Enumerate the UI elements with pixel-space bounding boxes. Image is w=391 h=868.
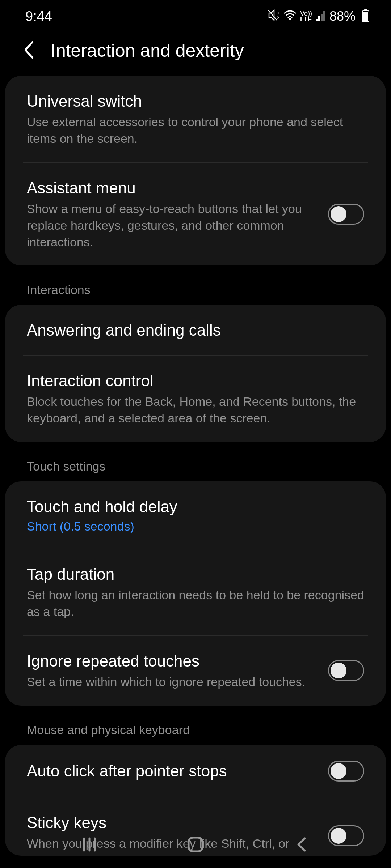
universal-switch-item[interactable]: Universal switch Use external accessorie… (5, 76, 386, 162)
battery-icon (362, 10, 369, 22)
interaction-control-desc: Block touches for the Back, Home, and Re… (27, 393, 364, 427)
universal-switch-title: Universal switch (27, 91, 364, 111)
auto-click-title: Auto click after pointer stops (27, 761, 306, 781)
settings-group-touch: Touch and hold delay Short (0.5 seconds)… (5, 481, 386, 706)
answering-calls-item[interactable]: Answering and ending calls (5, 305, 386, 355)
ignore-repeated-desc: Set a time within which to ignore repeat… (27, 674, 306, 690)
toggle-divider (317, 760, 317, 782)
assistant-menu-item[interactable]: Assistant menu Show a menu of easy-to-re… (5, 163, 386, 266)
settings-group-top: Universal switch Use external accessorie… (5, 76, 386, 265)
app-header: Interaction and dexterity (0, 33, 391, 76)
tap-duration-title: Tap duration (27, 564, 364, 584)
status-time: 9:44 (25, 9, 52, 24)
ignore-repeated-title: Ignore repeated touches (27, 651, 306, 671)
auto-click-toggle[interactable] (328, 761, 364, 782)
section-header-interactions: Interactions (5, 265, 386, 305)
auto-click-item[interactable]: Auto click after pointer stops (5, 745, 386, 797)
interaction-control-item[interactable]: Interaction control Block touches for th… (5, 356, 386, 442)
touch-hold-delay-item[interactable]: Touch and hold delay Short (0.5 seconds) (5, 481, 386, 549)
touch-hold-delay-value: Short (0.5 seconds) (27, 519, 364, 533)
mute-vibrate-icon (268, 9, 280, 24)
ignore-repeated-item[interactable]: Ignore repeated touches Set a time withi… (5, 636, 386, 706)
tap-duration-desc: Set how long an interaction needs to be … (27, 587, 364, 620)
recents-button[interactable] (79, 834, 100, 855)
assistant-menu-desc: Show a menu of easy-to-reach buttons tha… (27, 201, 306, 251)
section-header-mouse: Mouse and physical keyboard (5, 706, 386, 745)
settings-group-interactions: Answering and ending calls Interaction c… (5, 305, 386, 442)
answering-calls-title: Answering and ending calls (27, 320, 364, 340)
universal-switch-desc: Use external accessories to control your… (27, 114, 364, 147)
status-icons: + Vo))LTE (268, 9, 325, 24)
assistant-menu-title: Assistant menu (27, 178, 306, 198)
page-title: Interaction and dexterity (51, 40, 244, 61)
volte-icon: Vo))LTE (300, 10, 312, 22)
status-bar: 9:44 + Vo))LTE 88% (0, 0, 391, 33)
nav-bar (0, 821, 391, 868)
svg-point-0 (289, 18, 291, 20)
svg-text:+: + (294, 16, 297, 21)
toggle-divider (317, 660, 317, 681)
svg-rect-2 (189, 838, 202, 851)
ignore-repeated-toggle[interactable] (328, 660, 364, 681)
toggle-divider (317, 203, 317, 225)
wifi-icon: + (283, 10, 297, 23)
section-header-touch: Touch settings (5, 442, 386, 481)
back-button[interactable] (22, 40, 36, 61)
interaction-control-title: Interaction control (27, 371, 364, 391)
status-right: + Vo))LTE 88% (268, 9, 369, 24)
signal-icon (316, 11, 325, 21)
tap-duration-item[interactable]: Tap duration Set how long an interaction… (5, 549, 386, 635)
assistant-menu-toggle[interactable] (328, 204, 364, 225)
battery-percent: 88% (329, 9, 356, 24)
nav-back-button[interactable] (291, 834, 312, 855)
home-button[interactable] (185, 834, 206, 855)
touch-hold-delay-title: Touch and hold delay (27, 497, 364, 516)
